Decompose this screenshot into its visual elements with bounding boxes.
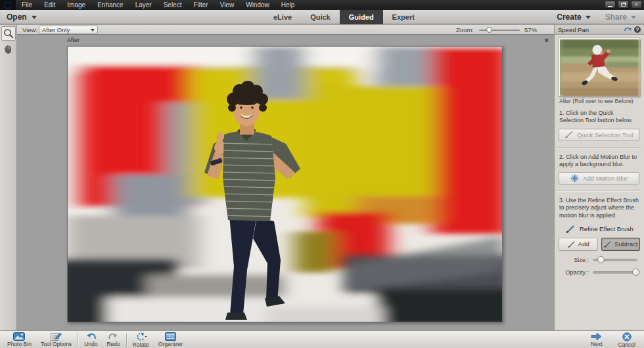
next-button[interactable]: Next — [586, 332, 607, 347]
brush-icon — [564, 131, 573, 139]
photo-bin-button[interactable]: Photo Bin — [3, 332, 36, 347]
app-logo-icon — [0, 0, 16, 10]
motion-blur-icon — [570, 174, 579, 183]
menu-filter[interactable]: Filter — [187, 1, 214, 9]
chevron-down-icon — [631, 16, 636, 19]
zoom-value: 57% — [524, 26, 537, 33]
view-select-value: After Only — [42, 26, 70, 33]
zoom-slider-handle[interactable] — [486, 27, 492, 33]
close-icon[interactable]: × — [545, 36, 549, 44]
chevron-down-icon — [91, 29, 95, 32]
restore-button[interactable] — [618, 1, 629, 9]
menu-image[interactable]: Image — [61, 1, 91, 9]
menu-bar: File Edit Image Enhance Layer Select Fil… — [0, 0, 644, 10]
subtract-button[interactable]: Subtract — [601, 238, 641, 251]
open-label: Open — [7, 12, 27, 22]
rotate-button[interactable]: Rotate — [128, 332, 154, 348]
add-motion-blur-button[interactable]: Add Motion Blur — [559, 172, 639, 185]
hand-tool-icon[interactable] — [1, 42, 16, 56]
next-arrow-icon — [591, 332, 602, 341]
menu-layer[interactable]: Layer — [129, 1, 158, 9]
create-button[interactable]: Create — [557, 12, 590, 22]
tab-quick[interactable]: Quick — [301, 10, 340, 24]
taskbar: Photo Bin Tool Options Undo — [0, 330, 644, 348]
thumbnail-caption: After (Roll over to see Before) — [559, 98, 639, 104]
cancel-button[interactable]: Cancel — [614, 332, 640, 348]
organizer-icon — [165, 332, 176, 341]
menu-help[interactable]: Help — [275, 1, 301, 9]
taskbar-divider — [126, 334, 127, 347]
mode-tab-bar: Open eLive Quick Guided Expert Create Sh… — [0, 10, 644, 24]
menu-view[interactable]: View — [214, 1, 241, 9]
tab-elive[interactable]: eLive — [264, 10, 301, 24]
toolbox — [0, 25, 17, 330]
options-bar: View: After Only Zoom: 57% — [17, 25, 554, 35]
zoom-slider[interactable] — [479, 30, 520, 31]
chevron-down-icon — [586, 16, 591, 19]
size-slider-handle[interactable] — [597, 256, 605, 263]
add-button[interactable]: Add — [559, 238, 598, 251]
photo-bin-icon — [13, 332, 25, 341]
tab-expert[interactable]: Expert — [383, 10, 424, 24]
menu-window[interactable]: Window — [240, 1, 275, 9]
close-button[interactable]: × — [631, 1, 642, 9]
undo-icon — [86, 332, 96, 341]
organizer-button[interactable]: Organizer — [154, 332, 187, 347]
share-button[interactable]: Share — [605, 12, 636, 22]
opacity-slider-handle[interactable] — [632, 269, 639, 276]
opacity-label: Opacity : — [561, 269, 589, 276]
view-select[interactable]: After Only — [39, 26, 98, 34]
chevron-down-icon — [32, 16, 37, 19]
menu-enhance[interactable]: Enhance — [91, 1, 129, 9]
tab-guided[interactable]: Guided — [340, 10, 383, 24]
panel-title: Speed Pan — [558, 26, 589, 33]
open-button[interactable]: Open — [7, 10, 37, 24]
edited-photo[interactable] — [67, 46, 503, 322]
quick-selection-tool-button[interactable]: Quick Selection Tool — [559, 129, 639, 141]
opacity-slider[interactable] — [593, 271, 637, 274]
canvas-area: After × — [17, 35, 554, 330]
brush-icon — [565, 225, 574, 233]
undo-button[interactable]: Undo — [80, 332, 102, 347]
help-icon[interactable]: ? — [634, 26, 641, 33]
taskbar-divider — [78, 334, 78, 347]
tool-options-icon — [51, 332, 62, 341]
view-label: View: — [22, 26, 37, 33]
cancel-icon — [622, 332, 632, 341]
minimize-button[interactable] — [605, 1, 616, 9]
redo-icon — [108, 332, 118, 341]
brush-icon — [567, 241, 575, 248]
panel-divider — [557, 190, 641, 192]
rotate-icon — [135, 332, 147, 341]
example-thumbnail[interactable] — [559, 38, 639, 96]
step-3-text: 3. Use the Refine Effect Brush to precis… — [559, 197, 639, 219]
guided-edit-panel: Speed Pan ? — [554, 25, 644, 330]
refine-effect-brush-button[interactable]: Refine Effect Brush — [565, 225, 639, 233]
step-2-text: 2. Click on Add Motion Blur to apply a b… — [559, 154, 639, 169]
photo-state-label: After — [67, 37, 80, 43]
brush-icon — [603, 241, 611, 248]
menu-file[interactable]: File — [16, 1, 38, 9]
size-label: Size : — [561, 257, 589, 263]
reset-icon[interactable] — [624, 26, 632, 33]
redo-button[interactable]: Redo — [102, 332, 124, 347]
menu-edit[interactable]: Edit — [38, 1, 61, 9]
zoom-label: Zoom: — [456, 26, 474, 33]
tool-options-button[interactable]: Tool Options — [36, 332, 76, 347]
panel-divider — [557, 147, 641, 148]
zoom-tool-icon[interactable] — [1, 26, 16, 41]
step-1-text: 1. Click on the Quick Selection Tool but… — [559, 110, 639, 125]
size-slider[interactable] — [593, 259, 637, 261]
menu-select[interactable]: Select — [158, 1, 188, 9]
